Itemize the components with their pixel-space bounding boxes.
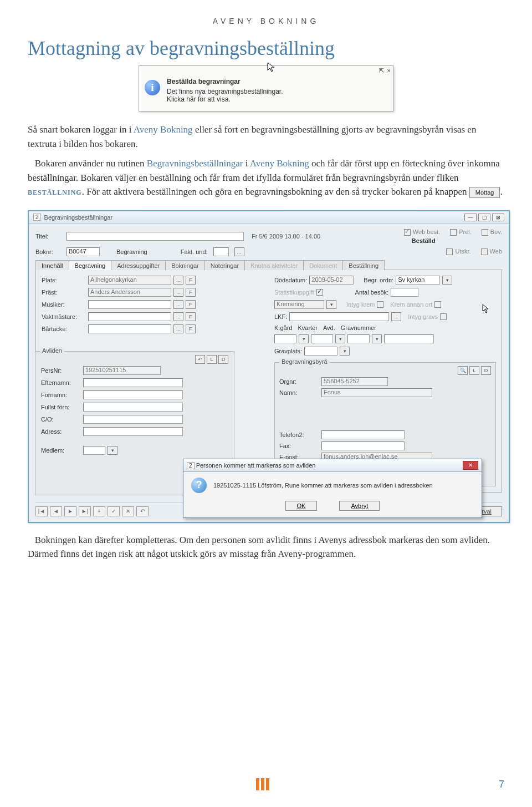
efternamn-field[interactable] [83,378,183,387]
notification-title: Beställda begravningar [167,78,283,85]
gravplats-field[interactable] [304,347,337,356]
plats-field[interactable]: Allhelgonakyrkan [88,276,171,285]
prast-lookup[interactable]: ... [173,288,183,297]
kremering-field[interactable]: Kremering [274,300,324,309]
pin-icon[interactable]: ⇱ [379,67,384,74]
minimize-button[interactable]: — [464,214,477,221]
telefon2-field[interactable] [321,430,405,439]
kvarter-dd[interactable]: ▾ [335,334,345,343]
co-field[interactable] [83,415,183,424]
adress-field[interactable] [83,427,183,436]
tab-adress[interactable]: Adressuppgifter [111,260,166,270]
fullst-field[interactable] [83,403,183,412]
nav-undo[interactable]: ↶ [136,506,149,516]
vaktm-field[interactable] [88,312,171,321]
nav-delete[interactable]: ✕ [122,506,134,516]
begrordn-field[interactable]: Sv kyrkan [396,276,440,285]
vaktm-f[interactable]: F [186,312,196,321]
tab-begravning[interactable]: Begravning [69,260,112,270]
lkf-field[interactable] [289,312,389,321]
cursor-icon [267,62,277,75]
notification-line1: Det finns nya begravningsbeställningar. [167,88,283,95]
notification-popup[interactable]: ⇱ × i Beställda begravningar Det finns n… [139,65,393,111]
kvarter-field[interactable] [311,334,333,343]
close-icon[interactable]: × [387,67,391,74]
vaktm-lookup[interactable]: ... [173,312,183,321]
gravplats-label: Gravplats: [274,348,302,354]
namn-field[interactable]: Fonus [321,388,432,397]
lkf-lookup[interactable]: ... [391,312,401,321]
namn-label: Namn: [279,389,319,396]
faktund-field[interactable] [213,247,229,256]
tab-bestallning[interactable]: Beställning [342,260,385,270]
kgard-field[interactable] [274,334,296,343]
paragraph-1: Så snart bokaren loggar in i Aveny Bokni… [28,123,504,151]
fornamn-field[interactable] [83,390,183,399]
byra-zoom-icon[interactable]: 🔍 [458,366,468,375]
musiker-f[interactable]: F [186,300,196,309]
avliden-l-button[interactable]: L [207,355,217,364]
kgard-dd[interactable]: ▾ [299,334,309,343]
tab-dokument[interactable]: Dokument [303,260,343,270]
gravplats-dd[interactable]: ▾ [340,347,350,356]
avd-field[interactable] [347,334,370,343]
orgnr-label: Orgnr: [279,378,319,385]
musiker-lookup[interactable]: ... [173,300,183,309]
prast-field[interactable]: Anders Andersson [88,288,171,297]
bartacke-lookup[interactable]: ... [173,324,183,333]
modal-cancel-button[interactable]: Avbryt [339,501,380,511]
tab-innehall[interactable]: Innehåll [35,260,69,270]
nav-ok[interactable]: ✓ [108,506,120,516]
plats-lookup[interactable]: ... [173,276,183,285]
telefon2-label: Telefon2: [279,432,319,438]
orgnr-field[interactable]: 556045-5252 [321,377,388,386]
kremannan-label: Krem annan ort [390,301,432,308]
bartacke-f[interactable]: F [186,324,196,333]
nav-prev[interactable]: ◄ [50,506,62,516]
byra-l-button[interactable]: L [469,366,479,375]
kremering-dd[interactable]: ▾ [326,300,336,309]
faktund-lookup-button[interactable]: ... [234,247,244,256]
dodsdatum-field[interactable]: 2009-05-02 [309,276,354,285]
tab-bokningar[interactable]: Bokningar [165,260,205,270]
status-bestalld: Beställd [412,237,502,244]
nav-last[interactable]: ►| [79,506,91,516]
tab-strip: Innehåll Begravning Adressuppgifter Bokn… [35,260,502,270]
begrordn-label: Begr. ordn: [364,277,393,283]
bartacke-field[interactable] [88,324,171,333]
maximize-button[interactable]: ▢ [478,214,490,221]
modal-close-button[interactable]: ✕ [463,461,478,470]
utskr-check [446,248,453,255]
avd-dd[interactable]: ▾ [372,334,382,343]
fax-field[interactable] [321,441,405,450]
close-button[interactable]: ⊠ [492,214,504,221]
titel-field[interactable] [66,232,244,241]
byra-d-button[interactable]: D [481,366,491,375]
kvarter-label: Kvarter [298,324,317,331]
boknr-field[interactable]: B0047 [66,247,100,256]
prast-f[interactable]: F [186,288,196,297]
modal-body-text: 19251025-1115 Löfström, Rune kommer att … [213,482,433,489]
adress-label: Adress: [41,428,81,435]
musiker-label: Musiker: [42,301,86,308]
plats-f[interactable]: F [186,276,196,285]
medlem-field[interactable] [83,446,105,455]
tab-panel: Plats: Allhelgonakyrkan ... F Präst: And… [35,270,502,493]
app-window: 2 Begravningsbeställningar — ▢ ⊠ Titel: … [28,210,510,523]
medlem-dd[interactable]: ▾ [108,446,117,455]
avliden-d-button[interactable]: D [218,355,228,364]
question-icon: ? [191,478,207,493]
avliden-back-icon[interactable]: ↶ [195,355,205,364]
persnr-field[interactable]: 192510251115 [83,366,161,375]
nav-first[interactable]: |◄ [35,506,48,516]
gravnr-field[interactable] [384,334,434,343]
nav-add[interactable]: + [93,506,105,516]
begrordn-dd[interactable]: ▾ [442,276,452,285]
musiker-field[interactable] [88,300,171,309]
antalbesok-field[interactable] [391,288,418,297]
nav-next[interactable]: ► [64,506,76,516]
boknr-label: Boknr: [35,248,61,255]
tab-noteringar[interactable]: Noteringar [204,260,245,270]
tab-knutna[interactable]: Knutna aktiviteter [244,260,304,270]
modal-ok-button[interactable]: OK [285,501,318,511]
